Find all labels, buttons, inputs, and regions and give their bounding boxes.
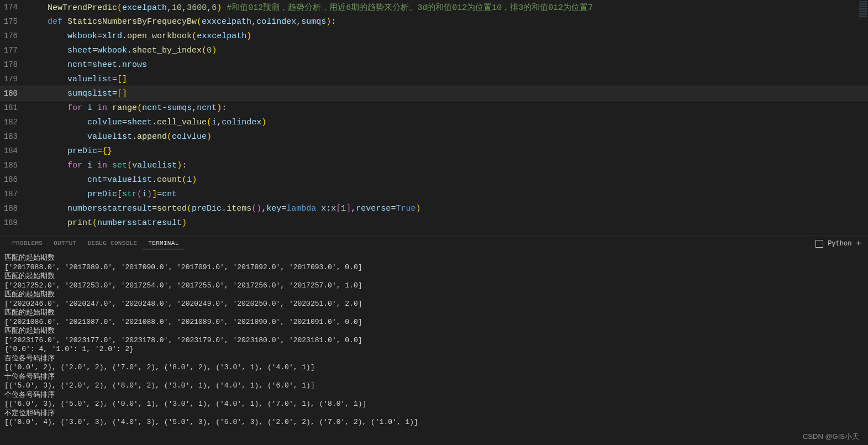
code-line[interactable]: 182 colvlue=sheet.cell_value(i,colindex) <box>0 115 868 129</box>
terminal-line: 匹配的起始期数 <box>4 290 864 300</box>
terminal-line: ['2020246.0', '2020247.0', '2020248.0', … <box>4 300 864 309</box>
line-number: 180 <box>0 89 28 98</box>
code-content[interactable]: NewTrendPredic(excelpath,10,3600,6) #和值0… <box>28 2 868 13</box>
code-line[interactable]: 176 wkbook=xlrd.open_workbook(exxcelpath… <box>0 29 868 43</box>
code-content[interactable]: valuelist.append(colvlue) <box>28 132 868 142</box>
line-number: 189 <box>0 218 28 227</box>
line-number: 188 <box>0 204 28 213</box>
code-line[interactable]: 181 for i in range(ncnt-sumqs,ncnt): <box>0 101 868 115</box>
terminal-line: 百位各号码排序 <box>4 354 864 364</box>
code-content[interactable]: preDic={} <box>28 146 868 156</box>
code-content[interactable]: ncnt=sheet.nrows <box>28 60 868 70</box>
line-number: 184 <box>0 146 28 155</box>
terminal-line: ['2017252.0', '2017253.0', '2017254.0', … <box>4 281 864 291</box>
code-content[interactable]: for i in range(ncnt-sumqs,ncnt): <box>28 103 868 113</box>
code-line[interactable]: 178 ncnt=sheet.nrows <box>0 57 868 72</box>
terminal-line: [('6.0', 3), ('5.0', 2), ('0.0', 1), ('3… <box>4 400 864 409</box>
panel-tab-problems[interactable]: PROBLEMS <box>7 238 48 249</box>
line-number: 175 <box>0 17 28 26</box>
panel-tabs: PROBLEMSOUTPUTDEBUG CONSOLETERMINAL Pyth… <box>0 235 868 252</box>
terminal-line: 匹配的起始期数 <box>4 327 864 336</box>
new-terminal-button[interactable]: + <box>856 239 861 249</box>
code-line[interactable]: 185 for i in set(valuelist): <box>0 158 868 172</box>
terminal-output[interactable]: 匹配的起始期数['2017088.0', '2017089.0', '20170… <box>0 252 868 445</box>
code-content[interactable]: numbersstatresult=sorted(preDic.items(),… <box>28 204 868 213</box>
line-number: 182 <box>0 118 28 127</box>
code-line[interactable]: 187 preDic[str(i)]=cnt <box>0 187 868 201</box>
code-content[interactable]: preDic[str(i)]=cnt <box>28 190 868 199</box>
terminal-line: 匹配的起始期数 <box>4 308 864 318</box>
code-content[interactable]: cnt=valuelist.count(i) <box>28 175 868 185</box>
terminal-line: [('5.0', 3), ('2.0', 2), ('8.0', 2), ('3… <box>4 381 864 391</box>
terminal-line: 匹配的起始期数 <box>4 272 864 281</box>
terminal-line: 匹配的起始期数 <box>4 254 864 263</box>
line-number: 186 <box>0 175 28 184</box>
terminal-line: [('8.0', 4), ('3.0', 3), ('4.0', 3), ('5… <box>4 418 864 427</box>
terminal-line: ['2023176.0', '2023177.0', '2023178.0', … <box>4 336 864 345</box>
code-line[interactable]: 184 preDic={} <box>0 144 868 158</box>
line-number: 183 <box>0 132 28 141</box>
watermark: CSDN @GIS小天 <box>803 432 859 442</box>
code-content[interactable]: valuelist=[] <box>28 75 868 84</box>
code-content[interactable]: sheet=wkbook.sheet_by_index(0) <box>28 46 868 55</box>
terminal-shell-label: Python <box>828 240 851 248</box>
code-line[interactable]: 188 numbersstatresult=sorted(preDic.item… <box>0 201 868 216</box>
code-line[interactable]: 177 sheet=wkbook.sheet_by_index(0) <box>0 43 868 57</box>
terminal-selector[interactable]: Python + <box>816 239 861 249</box>
line-number: 174 <box>0 3 28 12</box>
code-line[interactable]: 175 def StaticsNumbersByFrequecyBw(exxce… <box>0 14 868 29</box>
code-content[interactable]: sumqslist=[] <box>28 89 868 98</box>
code-line[interactable]: 183 valuelist.append(colvlue) <box>0 129 868 144</box>
code-content[interactable]: def StaticsNumbersByFrequecyBw(exxcelpat… <box>28 17 868 27</box>
terminal-line: 个位各号码排序 <box>4 391 864 400</box>
line-number: 178 <box>0 60 28 69</box>
code-content[interactable]: print(numbersstatresult) <box>28 218 868 228</box>
line-number: 176 <box>0 32 28 40</box>
code-line[interactable]: 186 cnt=valuelist.count(i) <box>0 172 868 187</box>
terminal-line: [('0.0', 2), ('2.0', 2), ('7.0', 2), ('8… <box>4 363 864 373</box>
terminal-icon <box>816 240 823 248</box>
terminal-line: {'0.0': 4, '1.0': 1, '2.0': 2} <box>4 345 864 354</box>
panel-tab-output[interactable]: OUTPUT <box>48 238 82 249</box>
line-number: 185 <box>0 161 28 170</box>
code-content[interactable]: wkbook=xlrd.open_workbook(exxcelpath) <box>28 32 868 41</box>
code-content[interactable]: colvlue=sheet.cell_value(i,colindex) <box>28 118 868 127</box>
code-line[interactable]: 189 print(numbersstatresult) <box>0 216 868 230</box>
line-number: 187 <box>0 190 28 198</box>
panel-tab-debug-console[interactable]: DEBUG CONSOLE <box>82 238 143 249</box>
line-number: 181 <box>0 103 28 112</box>
terminal-line: ['2021086.0', '2021087.0', '2021088.0', … <box>4 318 864 327</box>
line-number: 177 <box>0 46 28 55</box>
terminal-line: 不定位胆码排序 <box>4 409 864 418</box>
code-line[interactable]: 179 valuelist=[] <box>0 72 868 86</box>
code-content[interactable]: for i in set(valuelist): <box>28 161 868 170</box>
line-number: 179 <box>0 75 28 83</box>
terminal-line: ['2017088.0', '2017089.0', '2017090.0', … <box>4 263 864 273</box>
terminal-line: 十位各号码排序 <box>4 373 864 382</box>
code-editor[interactable]: 174 NewTrendPredic(excelpath,10,3600,6) … <box>0 0 868 235</box>
panel-tab-terminal[interactable]: TERMINAL <box>143 238 184 249</box>
code-line[interactable]: 180 sumqslist=[] <box>0 86 868 101</box>
code-line[interactable]: 174 NewTrendPredic(excelpath,10,3600,6) … <box>0 0 868 14</box>
